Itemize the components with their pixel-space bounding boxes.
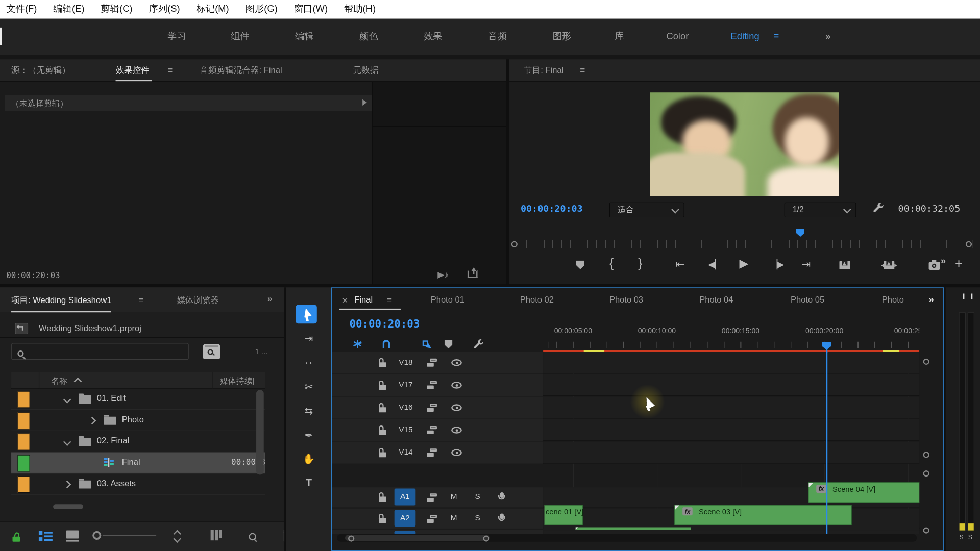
audio-target-track-badge[interactable]: A1 <box>395 489 416 506</box>
playhead-line[interactable] <box>826 352 827 534</box>
menu-item-5[interactable]: 图形(G) <box>246 3 278 15</box>
lift-icon[interactable] <box>839 261 850 269</box>
project-search-input[interactable] <box>11 343 189 360</box>
track-name-label[interactable]: V17 <box>399 381 412 389</box>
tab-media-browser[interactable]: 媒体浏览器 <box>177 295 219 306</box>
track-lock-icon[interactable] <box>379 448 387 457</box>
menu-item-3[interactable]: 序列(S) <box>149 3 180 15</box>
audio-target-track-badge[interactable]: A2 <box>395 510 416 527</box>
sync-lock-icon[interactable] <box>427 493 437 502</box>
scrubber-right-handle[interactable] <box>966 241 972 247</box>
sort-ascending-icon[interactable] <box>74 378 82 386</box>
pen-tool[interactable]: ✒ <box>286 429 331 441</box>
track-select-forward-tool[interactable]: ⇥ <box>286 332 331 344</box>
sync-lock-icon[interactable] <box>427 448 437 457</box>
track-content-V14[interactable] <box>543 442 919 464</box>
scrubber-left-handle[interactable] <box>511 241 518 247</box>
program-scrubber-ruler[interactable] <box>518 240 972 248</box>
program-playhead-marker[interactable] <box>796 229 804 237</box>
toggle-track-output-eye-icon[interactable] <box>451 427 462 433</box>
sync-lock-icon[interactable] <box>427 404 437 412</box>
workspace-tab-学习[interactable]: 学习 <box>167 31 186 42</box>
type-tool[interactable]: T <box>286 478 331 489</box>
workspace-tab-效果[interactable]: 效果 <box>424 31 443 42</box>
search-bin-icon[interactable] <box>203 344 220 359</box>
menu-item-4[interactable]: 标记(M) <box>196 3 229 15</box>
program-settings-wrench-icon[interactable] <box>872 202 884 214</box>
timeline-overflow-icon[interactable]: » <box>929 294 934 305</box>
program-monitor-title[interactable]: 节目: Final <box>524 65 564 76</box>
icon-view-icon[interactable] <box>66 531 79 539</box>
close-sequence-icon[interactable]: ✕ <box>342 296 348 305</box>
add-button-icon[interactable]: + <box>955 256 963 271</box>
tab-sequence-0[interactable]: Photo 01 <box>431 295 464 304</box>
project-row-03-assets[interactable]: 03. Assets <box>11 473 265 495</box>
toggle-track-output-eye-icon[interactable] <box>451 449 462 456</box>
razor-tool[interactable]: ✂ <box>286 381 331 393</box>
clip-v13-partial[interactable] <box>576 527 691 530</box>
step-back-icon[interactable]: ◀▏ <box>708 259 721 269</box>
play-button-icon[interactable]: ▶ <box>740 256 749 270</box>
tab-sequence-4[interactable]: Photo 05 <box>791 295 824 304</box>
program-menu-icon[interactable]: ≡ <box>580 65 585 75</box>
track-content-V15[interactable] <box>543 419 919 441</box>
find-icon[interactable] <box>249 533 257 540</box>
timeline-zoom-scrollbar-thumb[interactable] <box>345 535 490 541</box>
project-vertical-scrollbar[interactable] <box>256 390 264 475</box>
export-frame-camera-icon[interactable] <box>928 262 940 270</box>
mute-track-button[interactable]: M <box>451 492 457 501</box>
label-color-swatch[interactable] <box>17 455 30 471</box>
tab-project[interactable]: 项目: Wedding Slideshow1 <box>11 295 111 312</box>
audio-scroll-handle-top[interactable] <box>923 470 929 477</box>
sync-lock-icon[interactable] <box>427 426 437 434</box>
bin-expand-chevron[interactable] <box>63 481 71 489</box>
track-name-label[interactable]: V16 <box>399 403 412 412</box>
project-overflow-icon[interactable]: » <box>267 294 273 304</box>
solo-track-button[interactable]: S <box>475 492 480 501</box>
tab-source-monitor[interactable]: 源：（无剪辑） <box>11 65 70 76</box>
twirl-right-icon[interactable] <box>362 99 367 106</box>
linked-selection-icon[interactable] <box>423 340 432 349</box>
zoom-slider-track[interactable] <box>103 535 156 536</box>
track-lock-icon[interactable] <box>379 514 387 523</box>
effect-controls-menu-icon[interactable]: ≡ <box>167 65 173 75</box>
sync-lock-icon[interactable] <box>427 515 437 523</box>
mark-out-icon[interactable]: } <box>638 256 642 270</box>
track-content-V16[interactable] <box>543 397 919 419</box>
track-lock-icon[interactable] <box>379 425 387 435</box>
project-menu-icon[interactable]: ≡ <box>139 295 144 305</box>
workspace-tab-图形[interactable]: 图形 <box>552 31 571 42</box>
tab-effect-controls[interactable]: 效果控件 <box>116 65 152 81</box>
automate-to-sequence-icon[interactable] <box>211 530 223 540</box>
navigate-up-icon[interactable] <box>15 323 28 334</box>
tab-sequence-final[interactable]: Final <box>354 295 373 304</box>
column-duration-header[interactable]: 媒体持续| <box>220 375 255 387</box>
workspace-tab-库[interactable]: 库 <box>615 31 624 42</box>
menu-item-6[interactable]: 窗口(W) <box>294 3 328 15</box>
zoom-handle-left[interactable] <box>348 535 354 541</box>
timeline-settings-wrench-icon[interactable] <box>473 339 484 350</box>
bin-expand-chevron[interactable] <box>63 395 71 404</box>
workspace-overflow-icon[interactable]: » <box>825 31 830 41</box>
toggle-track-output-eye-icon[interactable] <box>451 404 462 411</box>
sync-lock-icon[interactable] <box>427 381 437 389</box>
add-marker-icon[interactable] <box>576 261 584 269</box>
project-row-02-final[interactable]: 02. Final <box>11 431 265 453</box>
voiceover-record-mic-icon[interactable] <box>498 514 506 523</box>
video-scroll-handle-bottom[interactable] <box>923 452 929 458</box>
go-to-in-icon[interactable]: ⇤ <box>676 258 684 271</box>
label-color-swatch[interactable] <box>17 434 30 450</box>
selection-tool[interactable] <box>296 305 317 324</box>
hand-tool[interactable]: ✋ <box>286 453 331 465</box>
export-icon[interactable] <box>468 270 478 278</box>
solo-track-button[interactable]: S <box>475 514 480 522</box>
timeline-menu-icon[interactable]: ≡ <box>387 295 392 305</box>
fit-zoom-select[interactable]: 适合 <box>609 203 684 217</box>
video-scroll-handle-top[interactable] <box>923 359 929 365</box>
sort-icon-down[interactable] <box>173 535 181 543</box>
menu-item-7[interactable]: 帮助(H) <box>344 3 376 15</box>
column-name-header[interactable]: 名称 <box>51 375 67 387</box>
workspace-menu-icon[interactable]: ≡ <box>773 31 779 41</box>
label-color-swatch[interactable] <box>17 476 30 493</box>
project-horizontal-scrollbar[interactable] <box>53 504 83 509</box>
